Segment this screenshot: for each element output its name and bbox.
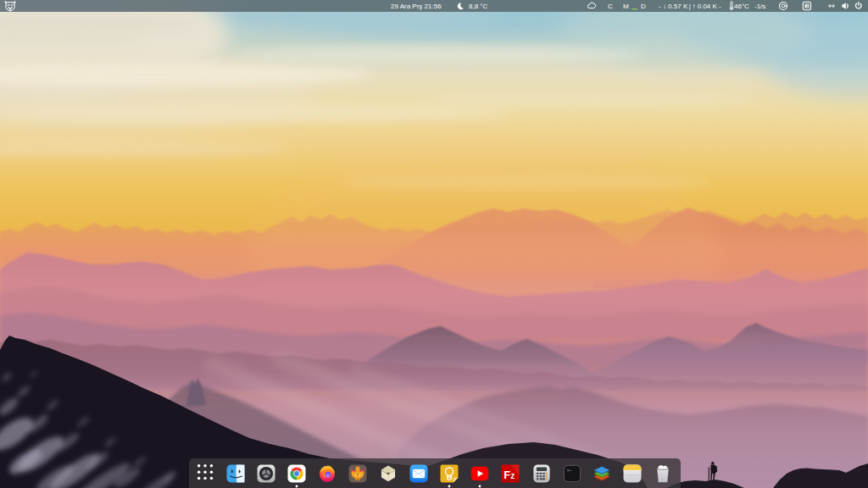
svg-text:1: 1 bbox=[805, 3, 808, 8]
svg-text:>-: >- bbox=[566, 468, 572, 474]
svg-text:z: z bbox=[510, 471, 515, 480]
svg-text:F: F bbox=[504, 469, 510, 481]
